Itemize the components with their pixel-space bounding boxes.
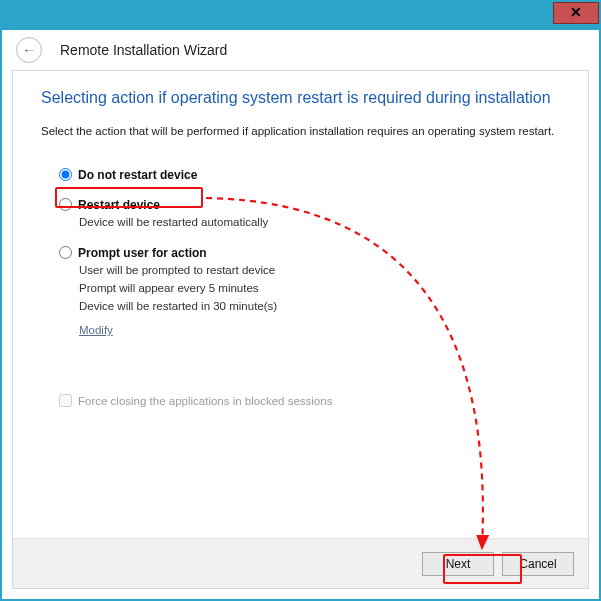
- instruction-text: Select the action that will be performed…: [41, 123, 560, 140]
- option-label: Prompt user for action: [78, 246, 207, 260]
- radio-prompt-user[interactable]: Prompt user for action: [59, 246, 560, 260]
- content-area: Selecting action if operating system res…: [13, 71, 588, 538]
- back-arrow-icon: ←: [22, 42, 36, 58]
- wizard-header: ← Remote Installation Wizard: [2, 30, 599, 70]
- radio-input-do-not-restart[interactable]: [59, 168, 72, 181]
- option-description: Device will be restarted in 30 minute(s): [59, 298, 560, 314]
- force-close-checkbox[interactable]: [59, 394, 72, 407]
- option-description: Prompt will appear every 5 minutes: [59, 280, 560, 296]
- wizard-footer: Next Cancel: [13, 538, 588, 588]
- radio-restart-device[interactable]: Restart device: [59, 198, 560, 212]
- title-bar: ✕: [2, 2, 599, 30]
- force-close-row: Force closing the applications in blocke…: [41, 394, 560, 407]
- option-do-not-restart: Do not restart device: [59, 168, 560, 182]
- option-restart-device: Restart device Device will be restarted …: [59, 198, 560, 230]
- radio-input-restart-device[interactable]: [59, 198, 72, 211]
- force-close-label: Force closing the applications in blocke…: [78, 395, 332, 407]
- cancel-button[interactable]: Cancel: [502, 552, 574, 576]
- page-heading: Selecting action if operating system res…: [41, 89, 560, 107]
- window-frame: ✕ ← Remote Installation Wizard Selecting…: [0, 0, 601, 601]
- next-button[interactable]: Next: [422, 552, 494, 576]
- option-label: Do not restart device: [78, 168, 197, 182]
- option-description: Device will be restarted automatically: [59, 214, 560, 230]
- option-description: User will be prompted to restart device: [59, 262, 560, 278]
- content-panel: Selecting action if operating system res…: [12, 70, 589, 589]
- radio-do-not-restart[interactable]: Do not restart device: [59, 168, 560, 182]
- back-button[interactable]: ←: [16, 37, 42, 63]
- modify-link[interactable]: Modify: [59, 324, 113, 336]
- option-prompt-user: Prompt user for action User will be prom…: [59, 246, 560, 338]
- close-icon: ✕: [570, 4, 582, 20]
- option-label: Restart device: [78, 198, 160, 212]
- radio-input-prompt-user[interactable]: [59, 246, 72, 259]
- wizard-title: Remote Installation Wizard: [60, 42, 227, 58]
- restart-options-group: Do not restart device Restart device Dev…: [41, 168, 560, 338]
- close-button[interactable]: ✕: [553, 2, 599, 24]
